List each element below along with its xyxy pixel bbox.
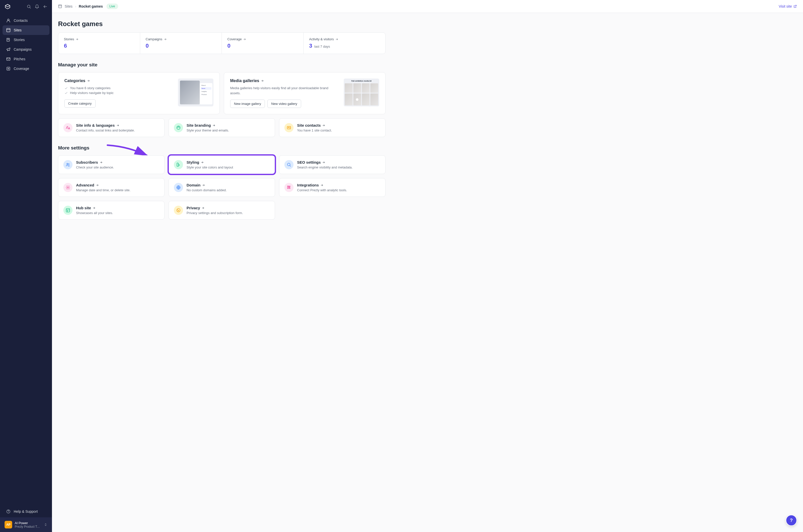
tile-desc: Check your site audience. — [76, 166, 114, 169]
nav-campaigns[interactable]: Campaigns — [2, 44, 50, 54]
thumb-item: Insights — [201, 90, 211, 93]
nav-sites[interactable]: Sites — [2, 25, 50, 35]
puzzle-icon — [284, 183, 294, 192]
tile-desc: No custom domains added. — [187, 188, 227, 192]
categories-thumbnail: BrandNewsInsightsProduct — [178, 78, 213, 107]
breadcrumb-root[interactable]: Sites — [64, 4, 73, 8]
arrow-right-icon — [100, 161, 102, 164]
visit-label: Visit site — [779, 4, 792, 8]
user-menu[interactable]: AP Al Power Prezly Product Tea... — [0, 517, 52, 532]
user-name: Al Power — [15, 521, 41, 525]
tile-styling[interactable]: Styling Style your site colors and layou… — [169, 155, 275, 174]
tile-title: Domain — [187, 183, 227, 187]
stat-value: 0 — [227, 42, 298, 49]
thumb-item: Brand — [201, 84, 211, 87]
breadcrumb-sep: › — [75, 4, 76, 8]
gear-icon — [63, 183, 73, 192]
card-galleries-title[interactable]: Media galleries — [230, 78, 339, 83]
svg-point-0 — [27, 5, 30, 8]
tile-seo-settings[interactable]: SEO settings Search engine visibility an… — [279, 155, 386, 174]
visit-site-link[interactable]: Visit site — [779, 4, 797, 8]
tile-advanced[interactable]: Advanced Manage date and time, or delete… — [58, 178, 165, 197]
stat-stories[interactable]: Stories6 — [58, 33, 140, 54]
nav-label: Campaigns — [14, 48, 32, 52]
tile-title: Hub site — [76, 206, 113, 210]
stat-label: Campaigns — [146, 37, 163, 41]
arrow-right-icon — [212, 124, 216, 127]
stat-campaigns[interactable]: Campaigns0 — [140, 33, 222, 54]
stat-label: Activity & visitors — [309, 37, 334, 41]
bell-icon[interactable] — [35, 4, 39, 9]
svg-point-9 — [178, 127, 179, 127]
live-badge: Live — [107, 3, 118, 9]
tile-desc: Privacy settings and subscription form. — [187, 211, 243, 215]
check-text: Help visitors navigate by topic — [70, 91, 114, 95]
svg-point-16 — [287, 163, 290, 166]
nav-label: Stories — [14, 38, 25, 42]
nav-stories[interactable]: Stories — [2, 35, 50, 44]
check-text: You have 6 story categories — [70, 86, 111, 90]
card-categories-title[interactable]: Categories — [64, 78, 173, 83]
svg-point-20 — [177, 209, 180, 212]
svg-point-12 — [288, 127, 289, 128]
arrow-right-icon — [202, 207, 205, 209]
svg-rect-11 — [287, 127, 291, 129]
collapse-icon[interactable] — [43, 4, 48, 9]
arrow-right-icon — [116, 124, 119, 127]
stat-value: 3 — [309, 42, 312, 49]
tile-hub-site[interactable]: Hub site Showcases all your sites. — [58, 201, 165, 220]
tile-desc: Style your site colors and layout — [187, 166, 233, 169]
tile-title: Site info & languages — [76, 123, 135, 128]
topbar: Sites › Rocket games Live Visit site — [52, 0, 803, 13]
users-icon — [63, 160, 73, 169]
title-text: Media galleries — [230, 78, 259, 83]
tile-integrations[interactable]: Integrations Connect Prezly with analyti… — [279, 178, 386, 197]
tile-title: Integrations — [297, 183, 347, 187]
stat-value: 0 — [146, 42, 216, 49]
tile-site-info-languages[interactable]: Site info & languages Contact info, soci… — [58, 118, 165, 137]
arrow-right-icon — [87, 79, 90, 82]
tile-desc: Search engine visibility and metadata. — [297, 166, 353, 169]
tile-title: SEO settings — [297, 160, 353, 165]
stat-sublabel: last 7 days — [314, 44, 330, 49]
nav-pitches[interactable]: Pitches — [2, 54, 50, 64]
create-category-button[interactable]: Create category — [64, 99, 96, 108]
arrow-right-icon — [243, 38, 246, 41]
svg-point-17 — [68, 187, 69, 188]
sidebar-nav: Contacts Sites Stories Campaigns Pitches… — [0, 13, 52, 76]
avatar: AP — [4, 521, 12, 529]
help-support-link[interactable]: Help & Support — [0, 506, 52, 517]
search-icon[interactable] — [26, 4, 31, 9]
page-title: Rocket games — [58, 20, 386, 28]
site-icon — [58, 4, 62, 8]
arrow-right-icon — [261, 79, 264, 82]
stats-row: Stories6 Campaigns0 Coverage0 Activity &… — [58, 33, 386, 54]
stat-coverage[interactable]: Coverage0 — [222, 33, 304, 54]
arrow-right-icon — [320, 184, 323, 187]
tile-subscribers[interactable]: Subscribers Check your site audience. — [58, 155, 165, 174]
svg-rect-2 — [6, 28, 10, 32]
help-label: Help & Support — [14, 510, 38, 513]
tile-desc: Showcases all your sites. — [76, 211, 113, 215]
new-image-gallery-button[interactable]: New image gallery — [230, 99, 265, 108]
search-icon — [284, 160, 294, 169]
tile-privacy[interactable]: Privacy Privacy settings and subscriptio… — [169, 201, 275, 220]
nav-coverage[interactable]: Coverage — [2, 64, 50, 74]
cookie-icon — [174, 206, 183, 215]
content: Rocket games Stories6 Campaigns0 Coverag… — [52, 13, 392, 235]
help-fab[interactable]: ? — [786, 515, 797, 526]
new-video-gallery-button[interactable]: New video gallery — [267, 99, 301, 108]
tile-domain[interactable]: Domain No custom domains added. — [169, 178, 275, 197]
card-desc: Media galleries help visitors easily fin… — [230, 86, 339, 95]
arrow-right-icon — [93, 207, 96, 209]
external-link-icon — [793, 4, 797, 8]
card-categories: Categories You have 6 story categories H… — [58, 72, 220, 114]
tile-site-contacts[interactable]: Site contacts You have 1 site contact. — [279, 118, 386, 137]
nav-contacts[interactable]: Contacts — [2, 16, 50, 25]
check-icon — [64, 91, 68, 95]
stat-activity[interactable]: Activity & visitors3last 7 days — [304, 33, 386, 54]
more-tiles: Subscribers Check your site audience. St… — [58, 155, 386, 220]
tile-desc: Manage date and time, or delete site. — [76, 188, 131, 192]
svg-point-8 — [178, 127, 178, 128]
tile-site-branding[interactable]: Site branding Style your theme and email… — [169, 118, 275, 137]
